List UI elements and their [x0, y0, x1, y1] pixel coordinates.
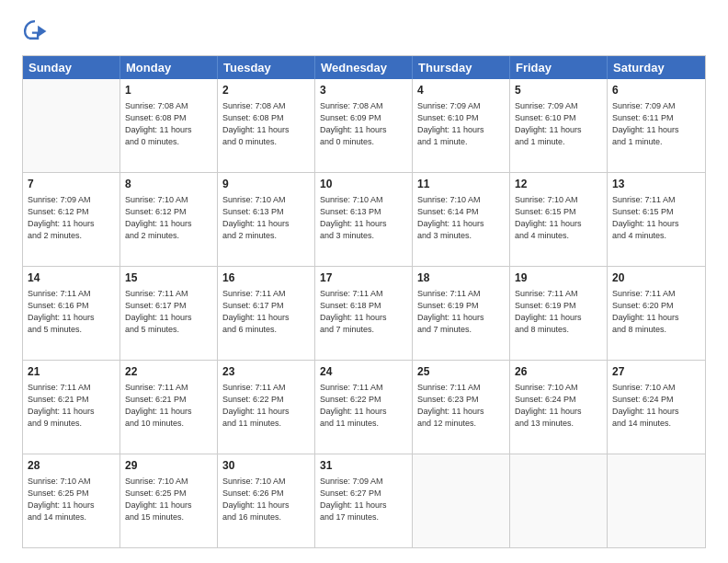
cell-details: Sunrise: 7:09 AM Sunset: 6:27 PM Dayligh… — [320, 476, 407, 523]
cell-details: Sunrise: 7:10 AM Sunset: 6:14 PM Dayligh… — [417, 194, 505, 242]
cell-details: Sunrise: 7:08 AM Sunset: 6:08 PM Dayligh… — [125, 100, 212, 148]
calendar-cell: 25Sunrise: 7:11 AM Sunset: 6:23 PM Dayli… — [413, 361, 510, 454]
day-number: 4 — [417, 83, 505, 98]
calendar-cell: 14Sunrise: 7:11 AM Sunset: 6:16 PM Dayli… — [23, 267, 120, 360]
cell-details: Sunrise: 7:10 AM Sunset: 6:24 PM Dayligh… — [612, 382, 700, 430]
day-number: 8 — [125, 177, 212, 192]
calendar-cell: 29Sunrise: 7:10 AM Sunset: 6:25 PM Dayli… — [120, 454, 218, 547]
cell-details: Sunrise: 7:11 AM Sunset: 6:15 PM Dayligh… — [612, 194, 700, 242]
calendar-row: 7Sunrise: 7:09 AM Sunset: 6:12 PM Daylig… — [23, 172, 705, 266]
cell-details: Sunrise: 7:10 AM Sunset: 6:13 PM Dayligh… — [320, 194, 407, 242]
day-number: 15 — [125, 270, 212, 286]
day-number: 17 — [320, 270, 407, 286]
day-number: 25 — [417, 364, 505, 380]
cell-details: Sunrise: 7:11 AM Sunset: 6:21 PM Dayligh… — [125, 382, 212, 430]
calendar-cell: 1Sunrise: 7:08 AM Sunset: 6:08 PM Daylig… — [120, 79, 218, 172]
day-number: 11 — [417, 177, 505, 192]
calendar-cell: 24Sunrise: 7:11 AM Sunset: 6:22 PM Dayli… — [315, 361, 413, 454]
day-number: 5 — [515, 83, 602, 98]
cell-details: Sunrise: 7:11 AM Sunset: 6:19 PM Dayligh… — [417, 288, 505, 336]
calendar-cell: 2Sunrise: 7:08 AM Sunset: 6:08 PM Daylig… — [218, 79, 315, 172]
calendar-cell: 9Sunrise: 7:10 AM Sunset: 6:13 PM Daylig… — [218, 173, 315, 266]
calendar-cell: 5Sunrise: 7:09 AM Sunset: 6:10 PM Daylig… — [510, 79, 608, 172]
calendar-header: SundayMondayTuesdayWednesdayThursdayFrid… — [23, 56, 705, 79]
cell-details: Sunrise: 7:10 AM Sunset: 6:25 PM Dayligh… — [125, 476, 212, 523]
day-number: 18 — [417, 270, 505, 286]
calendar-cell: 23Sunrise: 7:11 AM Sunset: 6:22 PM Dayli… — [218, 361, 315, 454]
cell-details: Sunrise: 7:11 AM Sunset: 6:18 PM Dayligh… — [320, 288, 407, 336]
day-number: 31 — [320, 458, 407, 474]
calendar-body: 1Sunrise: 7:08 AM Sunset: 6:08 PM Daylig… — [23, 79, 705, 547]
calendar-cell: 8Sunrise: 7:10 AM Sunset: 6:12 PM Daylig… — [120, 173, 218, 266]
calendar-header-cell: Wednesday — [315, 56, 413, 79]
day-number: 13 — [612, 177, 700, 192]
cell-details: Sunrise: 7:11 AM Sunset: 6:20 PM Dayligh… — [612, 288, 700, 336]
day-number: 28 — [28, 458, 115, 474]
calendar-cell: 16Sunrise: 7:11 AM Sunset: 6:17 PM Dayli… — [218, 267, 315, 360]
calendar-cell: 27Sunrise: 7:10 AM Sunset: 6:24 PM Dayli… — [608, 361, 705, 454]
calendar-cell: 11Sunrise: 7:10 AM Sunset: 6:14 PM Dayli… — [413, 173, 510, 266]
day-number: 3 — [320, 83, 407, 98]
calendar-cell: 30Sunrise: 7:10 AM Sunset: 6:26 PM Dayli… — [218, 454, 315, 547]
day-number: 6 — [612, 83, 700, 98]
calendar-cell: 4Sunrise: 7:09 AM Sunset: 6:10 PM Daylig… — [413, 79, 510, 172]
cell-details: Sunrise: 7:11 AM Sunset: 6:17 PM Dayligh… — [222, 288, 310, 336]
calendar-cell: 19Sunrise: 7:11 AM Sunset: 6:19 PM Dayli… — [510, 267, 608, 360]
page: SundayMondayTuesdayWednesdayThursdayFrid… — [0, 0, 728, 563]
cell-details: Sunrise: 7:11 AM Sunset: 6:21 PM Dayligh… — [28, 382, 115, 430]
calendar-cell: 28Sunrise: 7:10 AM Sunset: 6:25 PM Dayli… — [23, 454, 120, 547]
calendar-cell: 12Sunrise: 7:10 AM Sunset: 6:15 PM Dayli… — [510, 173, 608, 266]
calendar-row: 1Sunrise: 7:08 AM Sunset: 6:08 PM Daylig… — [23, 79, 705, 172]
day-number: 14 — [28, 270, 115, 286]
day-number: 2 — [222, 83, 310, 98]
cell-details: Sunrise: 7:08 AM Sunset: 6:09 PM Dayligh… — [320, 100, 407, 148]
cell-details: Sunrise: 7:09 AM Sunset: 6:10 PM Dayligh… — [515, 100, 602, 148]
calendar-row: 14Sunrise: 7:11 AM Sunset: 6:16 PM Dayli… — [23, 266, 705, 360]
calendar-header-cell: Tuesday — [218, 56, 315, 79]
calendar-header-cell: Saturday — [608, 56, 705, 79]
day-number: 19 — [515, 270, 602, 286]
cell-details: Sunrise: 7:11 AM Sunset: 6:16 PM Dayligh… — [28, 288, 115, 336]
cell-details: Sunrise: 7:09 AM Sunset: 6:11 PM Dayligh… — [612, 100, 700, 148]
calendar-cell: 22Sunrise: 7:11 AM Sunset: 6:21 PM Dayli… — [120, 361, 218, 454]
calendar-cell: 6Sunrise: 7:09 AM Sunset: 6:11 PM Daylig… — [608, 79, 705, 172]
day-number: 9 — [222, 177, 310, 192]
header — [22, 18, 706, 44]
calendar-header-cell: Monday — [120, 56, 218, 79]
calendar-header-cell: Thursday — [413, 56, 510, 79]
cell-details: Sunrise: 7:11 AM Sunset: 6:19 PM Dayligh… — [515, 288, 602, 336]
day-number: 22 — [125, 364, 212, 380]
day-number: 29 — [125, 458, 212, 474]
cell-details: Sunrise: 7:09 AM Sunset: 6:10 PM Dayligh… — [417, 100, 505, 148]
day-number: 16 — [222, 270, 310, 286]
calendar-header-cell: Friday — [510, 56, 608, 79]
cell-details: Sunrise: 7:10 AM Sunset: 6:15 PM Dayligh… — [515, 194, 602, 242]
logo-icon — [22, 18, 48, 44]
calendar-row: 21Sunrise: 7:11 AM Sunset: 6:21 PM Dayli… — [23, 360, 705, 454]
calendar-cell: 18Sunrise: 7:11 AM Sunset: 6:19 PM Dayli… — [413, 267, 510, 360]
calendar-cell: 31Sunrise: 7:09 AM Sunset: 6:27 PM Dayli… — [315, 454, 413, 547]
day-number: 12 — [515, 177, 602, 192]
cell-details: Sunrise: 7:08 AM Sunset: 6:08 PM Dayligh… — [222, 100, 310, 148]
calendar-cell: 17Sunrise: 7:11 AM Sunset: 6:18 PM Dayli… — [315, 267, 413, 360]
calendar-cell: 13Sunrise: 7:11 AM Sunset: 6:15 PM Dayli… — [608, 173, 705, 266]
logo — [22, 18, 51, 44]
day-number: 27 — [612, 364, 700, 380]
svg-marker-0 — [38, 26, 46, 37]
day-number: 1 — [125, 83, 212, 98]
calendar-row: 28Sunrise: 7:10 AM Sunset: 6:25 PM Dayli… — [23, 454, 705, 547]
day-number: 30 — [222, 458, 310, 474]
calendar-cell: 7Sunrise: 7:09 AM Sunset: 6:12 PM Daylig… — [23, 173, 120, 266]
cell-details: Sunrise: 7:10 AM Sunset: 6:13 PM Dayligh… — [222, 194, 310, 242]
calendar-cell: 3Sunrise: 7:08 AM Sunset: 6:09 PM Daylig… — [315, 79, 413, 172]
day-number: 10 — [320, 177, 407, 192]
cell-details: Sunrise: 7:11 AM Sunset: 6:23 PM Dayligh… — [417, 382, 505, 430]
day-number: 26 — [515, 364, 602, 380]
calendar-cell: 26Sunrise: 7:10 AM Sunset: 6:24 PM Dayli… — [510, 361, 608, 454]
day-number: 7 — [28, 177, 115, 192]
cell-details: Sunrise: 7:11 AM Sunset: 6:22 PM Dayligh… — [222, 382, 310, 430]
calendar-cell — [23, 79, 120, 172]
cell-details: Sunrise: 7:10 AM Sunset: 6:12 PM Dayligh… — [125, 194, 212, 242]
day-number: 24 — [320, 364, 407, 380]
cell-details: Sunrise: 7:10 AM Sunset: 6:25 PM Dayligh… — [28, 476, 115, 523]
